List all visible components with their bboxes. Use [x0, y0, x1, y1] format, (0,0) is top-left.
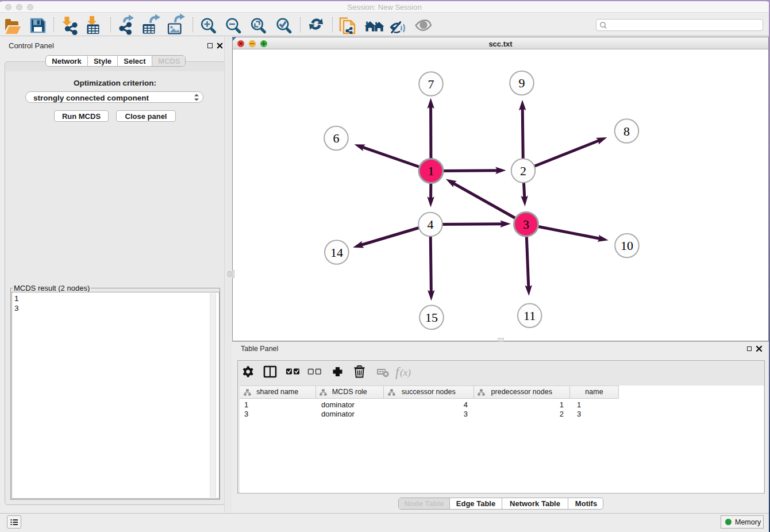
svg-text:15: 15 — [425, 310, 438, 325]
svg-text:6: 6 — [333, 131, 340, 145]
svg-text:11: 11 — [523, 309, 536, 323]
svg-text:10: 10 — [621, 238, 633, 253]
svg-text:2: 2 — [520, 164, 526, 178]
svg-text:7: 7 — [428, 77, 434, 91]
svg-text:8: 8 — [623, 124, 630, 138]
svg-text:9: 9 — [519, 76, 525, 90]
svg-text:(x): (x) — [400, 367, 411, 378]
svg-text:3: 3 — [523, 217, 529, 232]
svg-text:1: 1 — [428, 164, 434, 178]
svg-text:4: 4 — [428, 217, 434, 232]
svg-text:14: 14 — [330, 245, 343, 260]
